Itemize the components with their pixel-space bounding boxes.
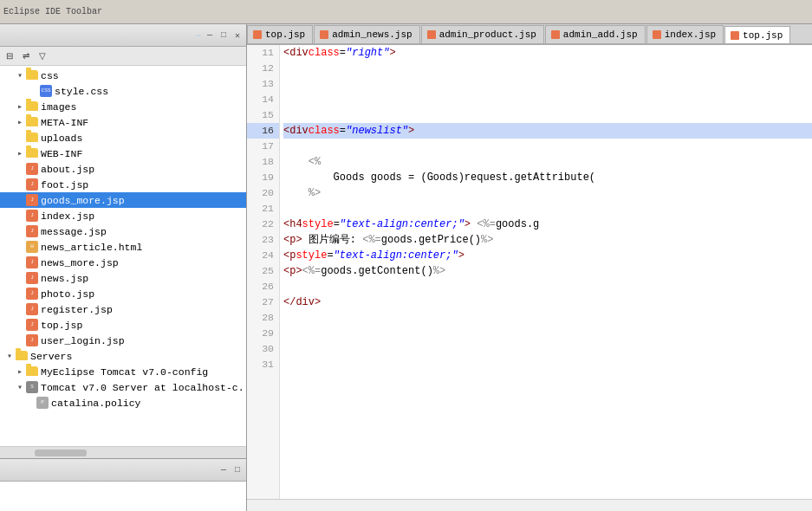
tab-top2[interactable]: top.jsp bbox=[724, 26, 790, 44]
code-content[interactable]: <div class="right"> <div class="newslist… bbox=[280, 45, 812, 499]
image-preview-minimize[interactable]: — bbox=[218, 464, 229, 475]
code-line-31[interactable] bbox=[283, 357, 812, 372]
folder-icon bbox=[26, 69, 38, 81]
maximize-icon[interactable]: □ bbox=[218, 29, 229, 41]
code-line-13[interactable] bbox=[283, 76, 812, 92]
tree-item-META-INF[interactable]: ▸META-INF bbox=[0, 114, 246, 130]
package-explorer-header: — □ ✕ bbox=[0, 24, 246, 47]
tree-label-about.jsp: about.jsp bbox=[41, 164, 94, 175]
link-editor-button[interactable]: ⇌ bbox=[18, 49, 34, 64]
code-line-24[interactable]: <p style="text-align:center;"> bbox=[283, 248, 812, 263]
code-line-21[interactable] bbox=[283, 201, 812, 217]
tree-label-photo.jsp: photo.jsp bbox=[41, 288, 94, 300]
line-num-23: 23 bbox=[247, 232, 279, 248]
tree-item-message.jsp[interactable]: Jmessage.jsp bbox=[0, 223, 246, 239]
server-icon: S bbox=[26, 381, 38, 393]
tree-label-message.jsp: message.jsp bbox=[41, 226, 107, 237]
tab-jsp-icon bbox=[551, 30, 560, 39]
tab-admin_news[interactable]: admin_news.jsp bbox=[314, 25, 419, 43]
left-panel: — □ ✕ ⊟ ⇌ ▽ ▾cssCSSstyle.css▸images▸META… bbox=[0, 24, 247, 511]
tree-item-goods_more.jsp[interactable]: Jgoods_more.jsp bbox=[0, 192, 246, 208]
folder-icon bbox=[26, 100, 38, 113]
tab-index[interactable]: index.jsp bbox=[646, 25, 724, 43]
code-line-22[interactable]: <h4 style="text-align:center;"> <%=goods… bbox=[283, 217, 812, 232]
code-line-11[interactable]: <div class="right"> bbox=[283, 45, 812, 61]
code-line-14[interactable] bbox=[283, 92, 812, 107]
close-icon[interactable]: ✕ bbox=[232, 29, 243, 42]
code-line-27[interactable]: </div> bbox=[283, 294, 812, 310]
policy-icon: P bbox=[36, 397, 49, 409]
tree-toggle-MyEclipse-config[interactable]: ▸ bbox=[14, 366, 26, 377]
tree-toggle-images[interactable]: ▸ bbox=[14, 101, 26, 112]
code-line-17[interactable] bbox=[283, 139, 812, 154]
package-explorer-toolbar: ⊟ ⇌ ▽ bbox=[0, 47, 246, 66]
code-line-26[interactable] bbox=[283, 279, 812, 294]
tree-item-top.jsp[interactable]: Jtop.jsp bbox=[0, 317, 246, 333]
code-editor[interactable]: 1112131415161718192021222324252627282930… bbox=[247, 45, 812, 499]
tree-toggle-WEB-INF[interactable]: ▸ bbox=[14, 148, 26, 158]
tree-label-catalina.policy: catalina.policy bbox=[51, 398, 141, 409]
image-preview-maximize[interactable]: □ bbox=[232, 464, 243, 475]
tree-item-Tomcat-server[interactable]: ▾STomcat v7.0 Server at localhost-c... bbox=[0, 379, 246, 395]
image-preview-content bbox=[0, 482, 246, 511]
folder-icon bbox=[16, 350, 28, 362]
code-line-16[interactable]: <div class="newslist"> bbox=[283, 123, 812, 139]
code-line-15[interactable] bbox=[283, 107, 812, 123]
tree-toggle-Tomcat-server[interactable]: ▾ bbox=[14, 382, 26, 392]
tree-item-images[interactable]: ▸images bbox=[0, 99, 246, 114]
code-line-23[interactable]: <p> 图片编号: <%=goods.getPrice()%> bbox=[283, 232, 812, 248]
folder-icon bbox=[26, 132, 38, 144]
editor-scrollbar[interactable] bbox=[247, 499, 812, 511]
tree-item-photo.jsp[interactable]: Jphoto.jsp bbox=[0, 286, 246, 301]
tree-label-images: images bbox=[41, 101, 76, 113]
tree-item-catalina.policy[interactable]: Pcatalina.policy bbox=[0, 395, 246, 411]
tab-label-top1: top.jsp bbox=[265, 29, 305, 40]
tree-toggle-META-INF[interactable]: ▸ bbox=[14, 117, 26, 127]
jsp-icon: J bbox=[26, 178, 38, 191]
code-line-29[interactable] bbox=[283, 326, 812, 341]
tree-label-news_article.html: news_article.html bbox=[41, 242, 142, 253]
tree-label-MyEclipse-config: MyEclipse Tomcat v7.0-config bbox=[41, 366, 208, 378]
tree-item-foot.jsp[interactable]: Jfoot.jsp bbox=[0, 177, 246, 192]
tab-admin_product[interactable]: admin_product.jsp bbox=[421, 25, 544, 43]
tree-item-Servers[interactable]: ▾Servers bbox=[0, 348, 246, 364]
tree-item-css[interactable]: ▾css bbox=[0, 68, 246, 83]
code-line-20[interactable]: %> bbox=[283, 185, 812, 201]
code-line-30[interactable] bbox=[283, 341, 812, 357]
image-preview-header: — □ bbox=[0, 459, 246, 482]
tab-top1[interactable]: top.jsp bbox=[247, 25, 313, 43]
tab-label-admin_product: admin_product.jsp bbox=[439, 29, 536, 40]
jsp-icon: J bbox=[26, 225, 38, 237]
tree-item-style.css[interactable]: CSSstyle.css bbox=[0, 83, 246, 99]
tree-item-WEB-INF[interactable]: ▸WEB-INF bbox=[0, 146, 246, 161]
tree-item-MyEclipse-config[interactable]: ▸MyEclipse Tomcat v7.0-config bbox=[0, 364, 246, 379]
tree-item-uploads[interactable]: uploads bbox=[0, 130, 246, 146]
tree-item-index.jsp[interactable]: Jindex.jsp bbox=[0, 208, 246, 223]
line-num-15: 15 bbox=[247, 107, 279, 123]
tree-toggle-css[interactable]: ▾ bbox=[14, 70, 26, 81]
tree-item-about.jsp[interactable]: Jabout.jsp bbox=[0, 161, 246, 177]
code-line-25[interactable]: <p><%=goods.getContent()%> bbox=[283, 263, 812, 279]
tab-admin_add[interactable]: admin_add.jsp bbox=[545, 25, 646, 43]
html-icon: H bbox=[26, 241, 38, 253]
view-menu-button[interactable]: ▽ bbox=[35, 49, 50, 64]
code-line-18[interactable]: <% bbox=[283, 154, 812, 170]
tree-item-news.jsp[interactable]: Jnews.jsp bbox=[0, 270, 246, 286]
line-num-12: 12 bbox=[247, 61, 279, 76]
minimize-icon[interactable]: — bbox=[205, 29, 215, 41]
tree-item-news_article.html[interactable]: Hnews_article.html bbox=[0, 239, 246, 255]
line-num-16: 16 bbox=[247, 123, 279, 139]
code-line-12[interactable] bbox=[283, 61, 812, 76]
tree-toggle-Servers[interactable]: ▾ bbox=[3, 351, 16, 361]
code-line-28[interactable] bbox=[283, 310, 812, 326]
tree-item-news_more.jsp[interactable]: Jnews_more.jsp bbox=[0, 255, 246, 270]
line-num-26: 26 bbox=[247, 279, 279, 294]
folder-icon bbox=[26, 116, 38, 128]
code-line-19[interactable]: Goods goods = (Goods)request.getAttribut… bbox=[283, 170, 812, 185]
horizontal-scrollbar[interactable] bbox=[0, 446, 246, 458]
collapse-all-button[interactable]: ⊟ bbox=[2, 49, 17, 64]
tree-item-user_login.jsp[interactable]: Juser_login.jsp bbox=[0, 333, 246, 348]
tree-item-register.jsp[interactable]: Jregister.jsp bbox=[0, 301, 246, 317]
tree-label-register.jsp: register.jsp bbox=[41, 304, 113, 315]
tab-label-top2: top.jsp bbox=[743, 30, 783, 41]
